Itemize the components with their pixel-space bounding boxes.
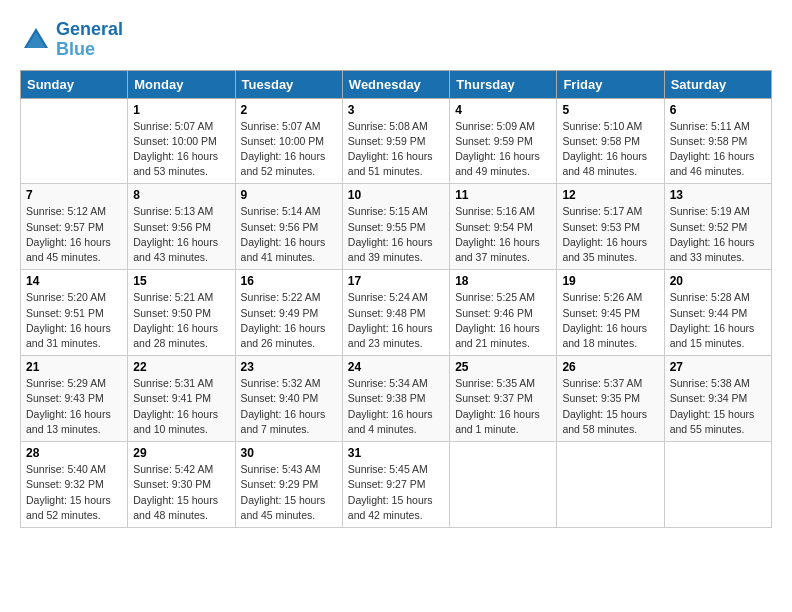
day-cell: 11Sunrise: 5:16 AM Sunset: 9:54 PM Dayli…: [450, 184, 557, 270]
day-cell: 3Sunrise: 5:08 AM Sunset: 9:59 PM Daylig…: [342, 98, 449, 184]
day-cell: 16Sunrise: 5:22 AM Sunset: 9:49 PM Dayli…: [235, 270, 342, 356]
day-number: 24: [348, 360, 444, 374]
day-cell: 4Sunrise: 5:09 AM Sunset: 9:59 PM Daylig…: [450, 98, 557, 184]
day-cell: 29Sunrise: 5:42 AM Sunset: 9:30 PM Dayli…: [128, 442, 235, 528]
day-detail: Sunrise: 5:29 AM Sunset: 9:43 PM Dayligh…: [26, 376, 122, 437]
day-detail: Sunrise: 5:09 AM Sunset: 9:59 PM Dayligh…: [455, 119, 551, 180]
day-cell: 5Sunrise: 5:10 AM Sunset: 9:58 PM Daylig…: [557, 98, 664, 184]
day-cell: 10Sunrise: 5:15 AM Sunset: 9:55 PM Dayli…: [342, 184, 449, 270]
day-number: 29: [133, 446, 229, 460]
day-cell: 8Sunrise: 5:13 AM Sunset: 9:56 PM Daylig…: [128, 184, 235, 270]
day-detail: Sunrise: 5:32 AM Sunset: 9:40 PM Dayligh…: [241, 376, 337, 437]
day-cell: [21, 98, 128, 184]
day-detail: Sunrise: 5:10 AM Sunset: 9:58 PM Dayligh…: [562, 119, 658, 180]
day-cell: 14Sunrise: 5:20 AM Sunset: 9:51 PM Dayli…: [21, 270, 128, 356]
day-detail: Sunrise: 5:07 AM Sunset: 10:00 PM Daylig…: [133, 119, 229, 180]
day-number: 15: [133, 274, 229, 288]
header-cell-saturday: Saturday: [664, 70, 771, 98]
day-cell: 24Sunrise: 5:34 AM Sunset: 9:38 PM Dayli…: [342, 356, 449, 442]
day-detail: Sunrise: 5:08 AM Sunset: 9:59 PM Dayligh…: [348, 119, 444, 180]
day-number: 2: [241, 103, 337, 117]
day-cell: 28Sunrise: 5:40 AM Sunset: 9:32 PM Dayli…: [21, 442, 128, 528]
day-number: 5: [562, 103, 658, 117]
day-detail: Sunrise: 5:43 AM Sunset: 9:29 PM Dayligh…: [241, 462, 337, 523]
day-number: 27: [670, 360, 766, 374]
day-number: 25: [455, 360, 551, 374]
day-number: 19: [562, 274, 658, 288]
day-cell: 13Sunrise: 5:19 AM Sunset: 9:52 PM Dayli…: [664, 184, 771, 270]
calendar-table: SundayMondayTuesdayWednesdayThursdayFrid…: [20, 70, 772, 528]
day-number: 16: [241, 274, 337, 288]
day-cell: 18Sunrise: 5:25 AM Sunset: 9:46 PM Dayli…: [450, 270, 557, 356]
day-detail: Sunrise: 5:11 AM Sunset: 9:58 PM Dayligh…: [670, 119, 766, 180]
day-cell: [664, 442, 771, 528]
day-number: 13: [670, 188, 766, 202]
day-cell: 20Sunrise: 5:28 AM Sunset: 9:44 PM Dayli…: [664, 270, 771, 356]
logo-text: General Blue: [56, 20, 123, 60]
day-detail: Sunrise: 5:28 AM Sunset: 9:44 PM Dayligh…: [670, 290, 766, 351]
day-detail: Sunrise: 5:35 AM Sunset: 9:37 PM Dayligh…: [455, 376, 551, 437]
header-cell-monday: Monday: [128, 70, 235, 98]
day-number: 28: [26, 446, 122, 460]
day-number: 4: [455, 103, 551, 117]
day-detail: Sunrise: 5:38 AM Sunset: 9:34 PM Dayligh…: [670, 376, 766, 437]
day-cell: 1Sunrise: 5:07 AM Sunset: 10:00 PM Dayli…: [128, 98, 235, 184]
day-number: 12: [562, 188, 658, 202]
day-detail: Sunrise: 5:16 AM Sunset: 9:54 PM Dayligh…: [455, 204, 551, 265]
logo-icon: [20, 24, 52, 56]
day-number: 22: [133, 360, 229, 374]
day-number: 3: [348, 103, 444, 117]
day-number: 9: [241, 188, 337, 202]
day-detail: Sunrise: 5:20 AM Sunset: 9:51 PM Dayligh…: [26, 290, 122, 351]
week-row-2: 7Sunrise: 5:12 AM Sunset: 9:57 PM Daylig…: [21, 184, 772, 270]
day-detail: Sunrise: 5:17 AM Sunset: 9:53 PM Dayligh…: [562, 204, 658, 265]
day-detail: Sunrise: 5:34 AM Sunset: 9:38 PM Dayligh…: [348, 376, 444, 437]
header-row: SundayMondayTuesdayWednesdayThursdayFrid…: [21, 70, 772, 98]
day-detail: Sunrise: 5:42 AM Sunset: 9:30 PM Dayligh…: [133, 462, 229, 523]
day-detail: Sunrise: 5:31 AM Sunset: 9:41 PM Dayligh…: [133, 376, 229, 437]
day-detail: Sunrise: 5:25 AM Sunset: 9:46 PM Dayligh…: [455, 290, 551, 351]
day-cell: 22Sunrise: 5:31 AM Sunset: 9:41 PM Dayli…: [128, 356, 235, 442]
day-cell: 31Sunrise: 5:45 AM Sunset: 9:27 PM Dayli…: [342, 442, 449, 528]
day-cell: 7Sunrise: 5:12 AM Sunset: 9:57 PM Daylig…: [21, 184, 128, 270]
day-number: 17: [348, 274, 444, 288]
header-cell-friday: Friday: [557, 70, 664, 98]
header-cell-thursday: Thursday: [450, 70, 557, 98]
day-cell: 6Sunrise: 5:11 AM Sunset: 9:58 PM Daylig…: [664, 98, 771, 184]
day-cell: 26Sunrise: 5:37 AM Sunset: 9:35 PM Dayli…: [557, 356, 664, 442]
header-cell-wednesday: Wednesday: [342, 70, 449, 98]
day-cell: [557, 442, 664, 528]
day-detail: Sunrise: 5:14 AM Sunset: 9:56 PM Dayligh…: [241, 204, 337, 265]
day-cell: 19Sunrise: 5:26 AM Sunset: 9:45 PM Dayli…: [557, 270, 664, 356]
day-detail: Sunrise: 5:07 AM Sunset: 10:00 PM Daylig…: [241, 119, 337, 180]
day-cell: [450, 442, 557, 528]
day-detail: Sunrise: 5:45 AM Sunset: 9:27 PM Dayligh…: [348, 462, 444, 523]
day-number: 14: [26, 274, 122, 288]
day-number: 8: [133, 188, 229, 202]
day-number: 1: [133, 103, 229, 117]
day-detail: Sunrise: 5:40 AM Sunset: 9:32 PM Dayligh…: [26, 462, 122, 523]
header-cell-tuesday: Tuesday: [235, 70, 342, 98]
week-row-4: 21Sunrise: 5:29 AM Sunset: 9:43 PM Dayli…: [21, 356, 772, 442]
day-detail: Sunrise: 5:24 AM Sunset: 9:48 PM Dayligh…: [348, 290, 444, 351]
day-cell: 9Sunrise: 5:14 AM Sunset: 9:56 PM Daylig…: [235, 184, 342, 270]
day-detail: Sunrise: 5:19 AM Sunset: 9:52 PM Dayligh…: [670, 204, 766, 265]
day-cell: 12Sunrise: 5:17 AM Sunset: 9:53 PM Dayli…: [557, 184, 664, 270]
day-cell: 15Sunrise: 5:21 AM Sunset: 9:50 PM Dayli…: [128, 270, 235, 356]
day-cell: 2Sunrise: 5:07 AM Sunset: 10:00 PM Dayli…: [235, 98, 342, 184]
day-cell: 30Sunrise: 5:43 AM Sunset: 9:29 PM Dayli…: [235, 442, 342, 528]
day-number: 30: [241, 446, 337, 460]
day-number: 18: [455, 274, 551, 288]
week-row-5: 28Sunrise: 5:40 AM Sunset: 9:32 PM Dayli…: [21, 442, 772, 528]
day-cell: 21Sunrise: 5:29 AM Sunset: 9:43 PM Dayli…: [21, 356, 128, 442]
day-number: 26: [562, 360, 658, 374]
day-number: 11: [455, 188, 551, 202]
page-header: General Blue: [20, 20, 772, 60]
day-cell: 23Sunrise: 5:32 AM Sunset: 9:40 PM Dayli…: [235, 356, 342, 442]
week-row-3: 14Sunrise: 5:20 AM Sunset: 9:51 PM Dayli…: [21, 270, 772, 356]
day-number: 21: [26, 360, 122, 374]
day-detail: Sunrise: 5:26 AM Sunset: 9:45 PM Dayligh…: [562, 290, 658, 351]
day-detail: Sunrise: 5:22 AM Sunset: 9:49 PM Dayligh…: [241, 290, 337, 351]
day-detail: Sunrise: 5:12 AM Sunset: 9:57 PM Dayligh…: [26, 204, 122, 265]
day-number: 6: [670, 103, 766, 117]
